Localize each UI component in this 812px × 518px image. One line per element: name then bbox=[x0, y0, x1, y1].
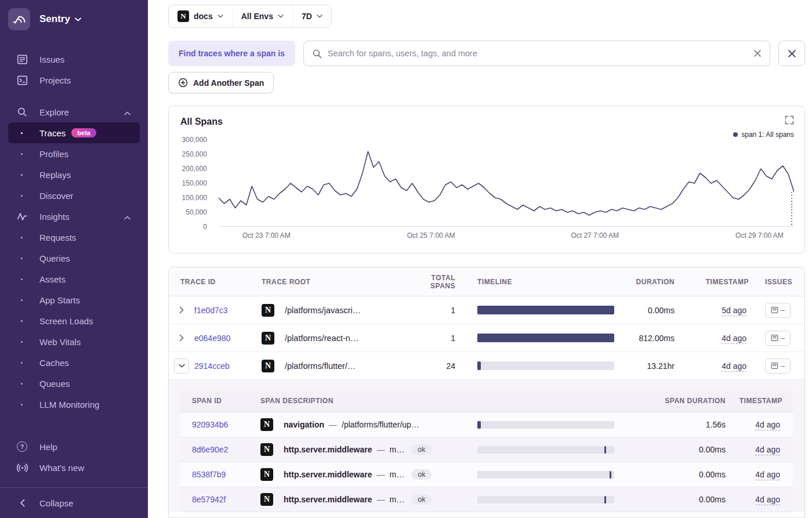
sidebar-item-web-vitals[interactable]: Web Vitals bbox=[8, 331, 140, 352]
fullscreen-icon[interactable] bbox=[785, 115, 794, 127]
span-id-link[interactable]: 8538f7b9 bbox=[180, 470, 260, 479]
legend-dot-icon bbox=[733, 132, 738, 137]
timestamp[interactable]: 4d ago bbox=[755, 420, 780, 430]
sidebar-item-traces[interactable]: Traces beta bbox=[8, 122, 140, 143]
span-id-link[interactable]: 920934b6 bbox=[180, 420, 260, 429]
timeline-track bbox=[477, 446, 614, 454]
span-id-link[interactable]: 8e57942f bbox=[180, 495, 260, 504]
span-row[interactable]: 8538f7b9 N http.server.middleware — m… o… bbox=[180, 462, 793, 487]
sidebar-item-issues[interactable]: Issues bbox=[0, 49, 148, 70]
expand-chevron-icon[interactable] bbox=[169, 306, 194, 314]
environment-filter-dropdown[interactable]: All Envs bbox=[232, 5, 292, 27]
sidebar-item-whats-new[interactable]: What's new bbox=[0, 457, 148, 478]
span-row[interactable]: 8d6e90e2 N http.server.middleware — m… o… bbox=[180, 437, 793, 462]
span-duration: 0.00ms bbox=[614, 470, 726, 479]
sidebar-item-discover[interactable]: Discover bbox=[8, 185, 140, 206]
collapse-sidebar-button[interactable]: Collapse bbox=[0, 488, 148, 518]
timestamp[interactable]: 5d ago bbox=[722, 306, 746, 316]
remove-span-filter-button[interactable] bbox=[778, 41, 805, 66]
timestamp[interactable]: 4d ago bbox=[755, 445, 780, 455]
bullet-icon bbox=[21, 299, 23, 301]
collapse-chevron-button[interactable] bbox=[174, 358, 189, 374]
table-row[interactable]: e064e980 N /platforms/react-n… 1 812.00m… bbox=[169, 324, 804, 352]
trace-id-link[interactable]: e064e980 bbox=[194, 334, 262, 343]
expand-chevron-icon[interactable] bbox=[169, 334, 194, 342]
span-description: http.server.middleware — m… ok bbox=[284, 494, 477, 505]
trace-id-link[interactable]: 2914cceb bbox=[194, 361, 262, 371]
span-duration: 0.00ms bbox=[614, 445, 726, 454]
date-range-dropdown[interactable]: 7D bbox=[292, 5, 331, 27]
sidebar-item-help[interactable]: ? Help bbox=[0, 436, 148, 457]
sidebar-item-profiles[interactable]: Profiles bbox=[8, 143, 140, 164]
timestamp[interactable]: 4d ago bbox=[755, 470, 780, 480]
bullet-icon bbox=[21, 153, 23, 155]
span-search-input[interactable] bbox=[328, 49, 748, 58]
total-spans: 24 bbox=[418, 361, 455, 371]
sidebar-item-label: Screen Loads bbox=[39, 316, 93, 326]
table-row-expanded[interactable]: 2914cceb N /platforms/flutter/… 24 13.21… bbox=[169, 352, 804, 380]
issues-icon bbox=[771, 334, 778, 342]
issues-button[interactable]: – bbox=[765, 303, 791, 318]
chevron-down-icon bbox=[75, 17, 81, 21]
y-axis-label: 300,000 bbox=[169, 135, 207, 144]
org-switcher[interactable]: Sentry bbox=[39, 13, 81, 25]
sidebar-item-replays[interactable]: Replays bbox=[8, 164, 140, 185]
add-another-span-button[interactable]: Add Another Span bbox=[168, 72, 274, 93]
timeline-bar bbox=[604, 446, 606, 454]
bullet-icon bbox=[21, 362, 23, 364]
sidebar-item-queues[interactable]: Queues bbox=[8, 373, 140, 394]
clear-search-icon[interactable] bbox=[753, 49, 762, 57]
x-axis-line bbox=[219, 226, 794, 227]
span-id-link[interactable]: 8d6e90e2 bbox=[180, 445, 260, 454]
span-row[interactable]: 8e57942f N http.server.middleware — m… o… bbox=[180, 487, 793, 512]
date-range-value: 7D bbox=[302, 12, 312, 21]
timestamp[interactable]: 4d ago bbox=[722, 361, 746, 372]
bullet-icon bbox=[21, 195, 23, 197]
trace-root: /platforms/flutter/… bbox=[285, 361, 418, 371]
chart-legend[interactable]: span 1: All spans bbox=[733, 131, 794, 139]
sidebar-item-label: Discover bbox=[39, 191, 73, 201]
issues-button[interactable]: – bbox=[765, 358, 791, 374]
chart-plot-area[interactable] bbox=[219, 140, 794, 227]
trace-id-link[interactable]: f1e0d7c3 bbox=[194, 306, 262, 315]
sidebar-item-requests[interactable]: Requests bbox=[8, 227, 140, 248]
timestamp[interactable]: 4d ago bbox=[722, 334, 746, 344]
timeline-track bbox=[477, 496, 614, 503]
table-row[interactable]: f1e0d7c3 N /platforms/javascri… 1 0.00ms… bbox=[169, 296, 804, 324]
project-icon: N bbox=[262, 332, 274, 345]
sidebar-item-assets[interactable]: Assets bbox=[8, 269, 140, 289]
status-badge: ok bbox=[411, 494, 432, 505]
span-description: http.server.middleware — m… ok bbox=[284, 444, 477, 455]
legend-label: span 1: All spans bbox=[741, 131, 794, 139]
project-filter-dropdown[interactable]: N docs bbox=[169, 5, 232, 27]
y-axis-label: 250,000 bbox=[169, 150, 207, 159]
col-timestamp: Timestamp bbox=[675, 278, 749, 286]
y-axis-label: 50,000 bbox=[169, 208, 207, 217]
chevron-up-icon bbox=[124, 107, 130, 117]
sidebar-item-llm-monitoring[interactable]: LLM Monitoring bbox=[8, 394, 140, 415]
sidebar-item-caches[interactable]: Caches bbox=[8, 352, 140, 373]
sidebar-item-screen-loads[interactable]: Screen Loads bbox=[8, 310, 140, 331]
col-duration: Duration bbox=[614, 278, 675, 286]
sidebar-item-projects[interactable]: Projects bbox=[0, 70, 148, 90]
project-filter-value: docs bbox=[194, 12, 213, 21]
timestamp[interactable]: 4d ago bbox=[755, 495, 780, 505]
span-target: m… bbox=[390, 445, 405, 454]
sentry-logo-icon[interactable] bbox=[8, 8, 30, 30]
sidebar-item-queries[interactable]: Queries bbox=[8, 248, 140, 269]
help-icon: ? bbox=[16, 441, 28, 452]
issues-button[interactable]: – bbox=[765, 331, 791, 346]
x-axis-label: Oct 23 7:00 AM bbox=[242, 231, 291, 240]
bullet-icon bbox=[21, 237, 23, 238]
y-axis-label: 200,000 bbox=[169, 164, 207, 173]
sidebar-item-app-starts[interactable]: App Starts bbox=[8, 289, 140, 310]
timeline-track bbox=[477, 361, 614, 370]
sidebar-section-insights[interactable]: Insights bbox=[0, 206, 148, 227]
span-search-box[interactable] bbox=[303, 41, 770, 66]
sidebar-item-label: Requests bbox=[39, 233, 76, 242]
sidebar-section-explore[interactable]: Explore bbox=[0, 102, 148, 122]
span-op: http.server.middleware bbox=[284, 495, 372, 504]
sidebar: Sentry Issues Projects Explore bbox=[0, 0, 148, 518]
span-row[interactable]: 920934b6 N navigation — /platforms/flutt… bbox=[180, 412, 793, 437]
section-label: Insights bbox=[39, 212, 70, 222]
